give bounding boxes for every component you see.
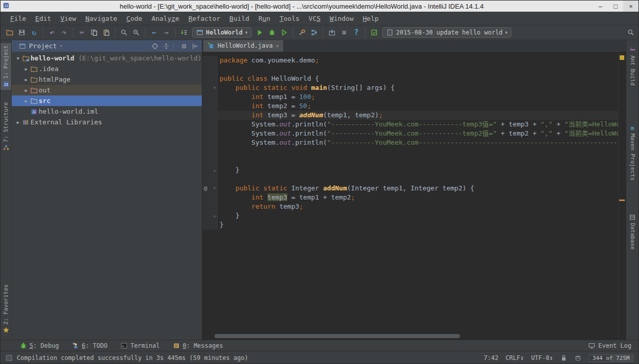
menu-help[interactable]: Help (358, 15, 383, 22)
encoding-selector[interactable]: UTF-8↕ (531, 354, 553, 361)
memory-indicator[interactable]: 344 of 725M (589, 354, 633, 362)
redo-icon[interactable]: ↷ (58, 26, 70, 39)
editor-gutter[interactable] (202, 92, 218, 102)
toolwindow-button-terminal[interactable]: >_Terminal (120, 342, 160, 349)
hide-panel-icon[interactable] (192, 43, 199, 50)
stripe-ant-build[interactable]: Ant Build (626, 44, 638, 88)
toolwindow-button-6--todo[interactable]: 6: TODO (72, 342, 108, 349)
menu-run[interactable]: Run (254, 15, 275, 22)
tree-item-out[interactable]: ▶out (12, 85, 202, 95)
coverage-icon[interactable] (278, 26, 290, 39)
stripe----structure[interactable]: 7: Structure (1, 100, 11, 153)
commit-changes-icon[interactable] (368, 26, 380, 39)
editor-gutter[interactable]: ▿ (202, 83, 218, 92)
expander-closed-icon[interactable]: ▶ (15, 120, 21, 125)
editor-area[interactable]: C HelloWorld.java × package com.youmeek.… (202, 40, 626, 340)
tab-close-icon[interactable]: × (276, 43, 279, 49)
run-configuration-combo[interactable]: HelloWorld▼ (192, 27, 252, 38)
undo-icon[interactable]: ↶ (46, 26, 58, 39)
stripe-database[interactable]: Database (626, 212, 638, 252)
tree-item-external-libraries[interactable]: ▶External Libraries (12, 117, 202, 127)
editor-gutter[interactable] (202, 102, 218, 111)
editor-gutter[interactable] (202, 65, 218, 74)
run-icon[interactable] (254, 26, 266, 39)
tree-item-hello-world[interactable]: ▼hello-world (E:\git_work_space\hello-wo… (12, 53, 202, 63)
expander-closed-icon[interactable]: ▶ (23, 98, 29, 104)
tree-item-htmlpage[interactable]: ▶htmlPage (12, 74, 202, 85)
stripe----project[interactable]: 1: ProjectJI (1, 43, 11, 90)
project-view-dropdown-arrow[interactable]: ▾ (60, 44, 63, 48)
editor-gutter[interactable] (202, 111, 218, 120)
expander-closed-icon[interactable]: ▶ (23, 88, 29, 93)
caret-position[interactable]: 7:42 (484, 354, 499, 361)
expander-open-icon[interactable]: ▼ (15, 56, 21, 61)
copy-icon[interactable] (88, 26, 100, 39)
hector-inspector-icon[interactable] (574, 354, 582, 361)
editor-gutter[interactable]: ▵ (202, 211, 218, 220)
menu-view[interactable]: View (56, 15, 81, 22)
save-all-icon[interactable] (16, 26, 28, 39)
find-icon[interactable] (118, 26, 130, 39)
project-structure-icon[interactable] (308, 26, 320, 39)
editor-gutter[interactable]: ▵ (202, 166, 218, 175)
toolwindow-button-5--debug[interactable]: 5: Debug (20, 342, 59, 349)
editor-gutter[interactable] (202, 120, 218, 129)
expander-closed-icon[interactable]: ▶ (23, 67, 29, 72)
tree-item--idea[interactable]: ▶.idea (12, 63, 202, 74)
editor-gutter[interactable] (202, 129, 218, 138)
menu-code[interactable]: Code (122, 15, 147, 22)
menu-vcs[interactable]: VCS (304, 15, 325, 22)
editor-gutter[interactable] (202, 193, 218, 202)
expander-closed-icon[interactable]: ▶ (23, 77, 29, 82)
locate-file-icon[interactable] (151, 43, 159, 50)
collapse-all-icon[interactable] (163, 43, 170, 50)
menu-build[interactable]: Build (225, 15, 254, 22)
editor-gutter[interactable] (202, 147, 218, 156)
editor-gutter[interactable] (202, 138, 218, 147)
line-ending-selector[interactable]: CRLF↕ (506, 354, 524, 361)
menu-file[interactable]: File (6, 15, 31, 22)
editor-vertical-scrollbar[interactable] (618, 52, 626, 340)
fold-marker-icon[interactable]: ▿ (213, 83, 216, 92)
editor-gutter[interactable] (202, 156, 218, 166)
stripe-maven-projects[interactable]: mMaven Projects (626, 122, 638, 183)
search-everywhere-icon[interactable] (627, 29, 634, 36)
open-project-icon[interactable] (4, 26, 16, 39)
help-icon[interactable]: ? (350, 26, 362, 39)
menu-analyze[interactable]: Analyze (147, 15, 184, 22)
tab-helloworld-java[interactable]: C HelloWorld.java × (203, 40, 283, 52)
close-button[interactable]: × (623, 1, 638, 12)
event-log-button[interactable]: Event Log (588, 342, 631, 349)
lock-icon[interactable] (560, 354, 567, 361)
editor-gutter[interactable] (202, 56, 218, 65)
menu-window[interactable]: Window (325, 15, 358, 22)
editor-gutter[interactable] (202, 175, 218, 184)
menu-refactor[interactable]: Refactor (184, 15, 225, 22)
replace-icon[interactable] (130, 26, 142, 39)
tree-item-hello-world-iml[interactable]: JIhello-world.iml (12, 106, 202, 117)
vcs-action-combo[interactable]: ?2015-08-30 update hello world▼ (382, 27, 511, 38)
cut-icon[interactable]: ✂ (76, 26, 88, 39)
forward-icon[interactable]: → (160, 26, 172, 39)
update-project-icon[interactable] (326, 26, 338, 39)
project-panel-title[interactable]: Project (29, 42, 57, 50)
toolwindow-button-0--messages[interactable]: 0: Messages (173, 342, 223, 349)
editor-gutter[interactable] (202, 220, 218, 229)
fold-marker-icon[interactable]: ▵ (213, 211, 216, 220)
stripe----favorites[interactable]: 2: Favorites (1, 282, 11, 336)
compare-icon[interactable] (178, 26, 190, 39)
code-editor[interactable]: package com.youmeek.demo;public class He… (202, 52, 618, 340)
menu-tools[interactable]: Tools (275, 15, 304, 22)
fold-marker-icon[interactable]: ▵ (213, 166, 216, 175)
debug-icon[interactable] (266, 26, 278, 39)
back-icon[interactable]: ← (148, 26, 160, 39)
attach-process-icon[interactable] (338, 26, 350, 39)
editor-gutter[interactable] (202, 74, 218, 83)
maximize-button[interactable]: □ (608, 1, 623, 12)
settings-icon[interactable] (296, 26, 308, 39)
menu-navigate[interactable]: Navigate (81, 15, 122, 22)
tree-item-src[interactable]: ▶src (12, 95, 202, 106)
synchronize-icon[interactable]: ↻ (28, 26, 40, 39)
editor-gutter[interactable]: ▿@ (202, 184, 218, 193)
paste-icon[interactable] (100, 26, 112, 39)
